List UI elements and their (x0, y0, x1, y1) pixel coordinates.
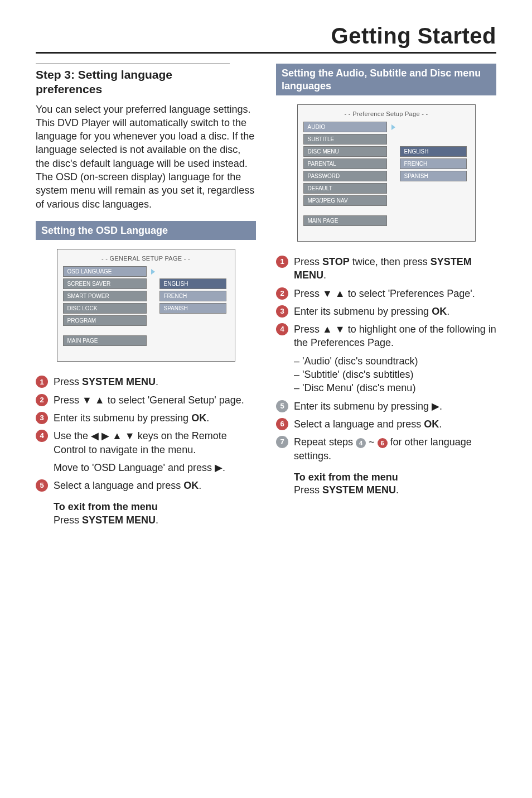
osd-left-item: SUBTITLE (303, 134, 387, 145)
two-column-layout: Step 3: Setting language preferences You… (36, 64, 496, 526)
osd-left-list: AUDIO SUBTITLE DISC MENU PARENTAL PASSWO… (303, 122, 387, 208)
blue-subheading-osd: Setting the OSD Language (36, 221, 256, 241)
osd-left-item: OSD LANGUAGE (63, 266, 147, 277)
osd-left-item: DEFAULT (303, 183, 387, 194)
step-number-badge: 5 (36, 479, 48, 492)
dash-item: 'Subtitle' (disc's subtitles) (294, 368, 496, 381)
numbered-step: 2Press ▼ ▲ to select 'Preferences Page'. (276, 287, 496, 300)
numbered-step: 1Press STOP twice, then press SYSTEM MEN… (276, 255, 496, 282)
step-number-badge: 5 (276, 400, 288, 412)
osd-main-page: MAIN PAGE (303, 215, 387, 226)
osd-screenshot-preference: - - Preference Setup Page - - AUDIO SUBT… (297, 104, 476, 242)
step-text: Select a language and press OK. (54, 479, 256, 492)
osd-left-item: AUDIO (303, 122, 387, 132)
caret-right-icon (151, 269, 155, 275)
numbered-step: 7Repeat steps 4 ~ 6 for other language s… (276, 435, 496, 463)
step-text: Press ▼ ▲ to select 'Preferences Page'. (294, 287, 496, 300)
numbered-step: 5Select a language and press OK. (36, 479, 256, 492)
step-number-badge: 2 (276, 287, 288, 300)
osd-left-list: OSD LANGUAGE SCREEN SAVER SMART POWER DI… (63, 266, 147, 328)
osd-left-item: PASSWORD (303, 171, 387, 181)
numbered-step: 1Press SYSTEM MENU. (36, 375, 256, 388)
step-text: Repeat steps 4 ~ 6 for other language se… (294, 435, 496, 463)
step-number-badge: 1 (36, 376, 48, 388)
step-text: Enter its submenu by pressing ▶. (294, 400, 496, 413)
exit-line: Press SYSTEM MENU. (294, 484, 496, 496)
osd-main-page: MAIN PAGE (63, 335, 147, 346)
step-number-badge: 6 (276, 418, 288, 430)
osd-right-list: ENGLISH FRENCH SPANISH (159, 278, 226, 315)
step-number-badge: 7 (276, 436, 288, 448)
numbered-step: 6Select a language and press OK. (276, 417, 496, 431)
exit-bold: To exit from the menu (54, 500, 256, 514)
section-heading: Step 3: Setting language preferences (36, 68, 256, 97)
step-text: Select a language and press OK. (294, 417, 496, 431)
osd-left-item: SCREEN SAVER (63, 278, 147, 289)
right-column: Setting the Audio, Subtitle and Disc men… (276, 64, 496, 526)
intro-paragraph: You can select your preferred language s… (36, 103, 256, 211)
step-text: Enter its submenu by pressing OK. (294, 305, 496, 318)
blue-subheading-langs: Setting the Audio, Subtitle and Disc men… (276, 64, 496, 95)
numbered-step: 3Enter its submenu by pressing OK. (276, 305, 496, 318)
osd-right-item: ENGLISH (400, 146, 467, 157)
numbered-step: 4Use the ◀ ▶ ▲ ▼ keys on the Remote Cont… (36, 429, 256, 456)
numbered-step: 3Enter its submenu by pressing OK. (36, 411, 256, 425)
dash-item: 'Audio' (disc's soundtrack) (294, 354, 496, 368)
osd-right-item: ENGLISH (159, 278, 226, 289)
step-number-badge: 2 (36, 394, 48, 406)
step-text: Use the ◀ ▶ ▲ ▼ keys on the Remote Contr… (54, 429, 256, 456)
osd-left-item: DISC MENU (303, 146, 387, 157)
left-steps-list: 1Press SYSTEM MENU.2Press ▼ ▲ to select … (36, 375, 256, 492)
step-number-badge: 1 (276, 256, 288, 268)
step-continuation: Move to 'OSD Language' and press ▶. (54, 461, 256, 474)
step-text: Press ▼ ▲ to select 'General Setup' page… (54, 393, 256, 407)
exit-line: Press SYSTEM MENU. (54, 515, 256, 526)
right-steps-list-a: 1Press STOP twice, then press SYSTEM MEN… (276, 255, 496, 350)
osd-left-item: SMART POWER (63, 291, 147, 301)
osd-screenshot-general: - - GENERAL SETUP PAGE - - OSD LANGUAGE … (57, 249, 235, 362)
step-number-badge: 4 (36, 430, 48, 442)
osd-left-item: DISC LOCK (63, 303, 147, 314)
left-column: Step 3: Setting language preferences You… (36, 64, 256, 526)
osd-left-item: PROGRAM (63, 315, 147, 326)
dash-list: 'Audio' (disc's soundtrack)'Subtitle' (d… (294, 354, 496, 395)
osd-title: - - GENERAL SETUP PAGE - - (63, 253, 229, 266)
step-number-badge: 4 (276, 323, 288, 335)
step-text: Press SYSTEM MENU. (54, 375, 256, 388)
osd-right-item: SPANISH (400, 171, 467, 181)
step-text: Enter its submenu by pressing OK. (54, 411, 256, 425)
osd-right-item: FRENCH (400, 158, 467, 169)
page-root: Getting Started Step 3: Setting language… (0, 0, 532, 798)
step-number-badge: 3 (36, 412, 48, 424)
step-text: Press STOP twice, then press SYSTEM MENU… (294, 255, 496, 282)
section-heading-line2: preferences (36, 83, 102, 95)
exit-bold: To exit from the menu (294, 470, 496, 484)
numbered-step: 4Press ▲ ▼ to highlight one of the follo… (276, 323, 496, 350)
step-number-badge: 3 (276, 305, 288, 318)
section-rule (36, 64, 230, 64)
osd-right-item: FRENCH (159, 291, 226, 301)
osd-left-item: PARENTAL (303, 158, 387, 169)
numbered-step: 2Press ▼ ▲ to select 'General Setup' pag… (36, 393, 256, 407)
osd-row: AUDIO SUBTITLE DISC MENU PARENTAL PASSWO… (303, 122, 470, 208)
osd-right-item: SPANISH (159, 303, 226, 314)
osd-left-item: MP3/JPEG NAV (303, 195, 387, 206)
osd-right-list: ENGLISH FRENCH SPANISH (400, 146, 467, 183)
caret-right-icon (391, 124, 395, 130)
page-title: Getting Started (36, 23, 496, 49)
step-text: Press ▲ ▼ to highlight one of the follow… (294, 323, 496, 350)
title-rule (36, 52, 496, 54)
section-heading-line1: Step 3: Setting language (36, 68, 172, 81)
osd-title: - - Preference Setup Page - - (303, 108, 470, 122)
dash-item: 'Disc Menu' (disc's menu) (294, 381, 496, 395)
osd-row: OSD LANGUAGE SCREEN SAVER SMART POWER DI… (63, 266, 229, 328)
right-steps-list-b: 5Enter its submenu by pressing ▶.6Select… (276, 400, 496, 463)
numbered-step: 5Enter its submenu by pressing ▶. (276, 400, 496, 413)
